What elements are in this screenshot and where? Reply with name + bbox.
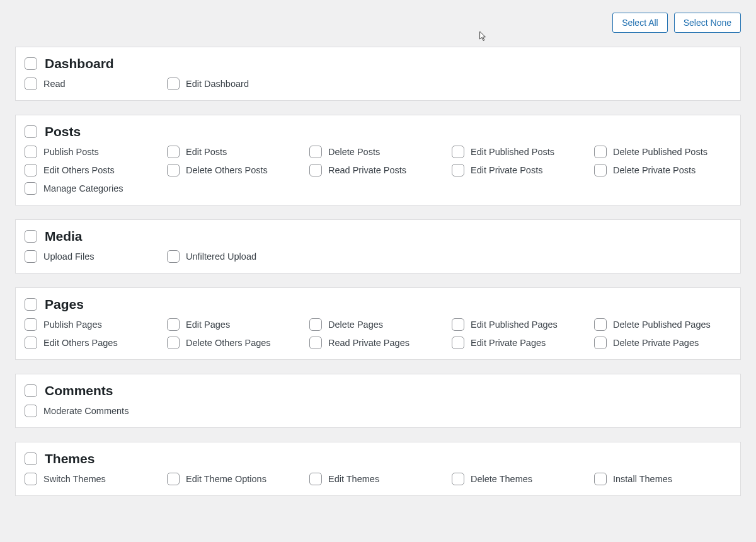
cap-checkbox-unfiltered-upload[interactable]	[167, 250, 180, 263]
cap-label: Delete Private Pages	[613, 338, 699, 348]
cap-item-edit-others-posts: Edit Others Posts	[25, 164, 162, 176]
cap-checkbox-publish-posts[interactable]	[25, 146, 37, 158]
cap-checkbox-read[interactable]	[25, 78, 37, 90]
group-posts: PostsPublish PostsEdit PostsDelete Posts…	[15, 115, 741, 205]
group-header: Pages	[25, 297, 731, 312]
cap-label: Edit Themes	[328, 474, 379, 484]
cap-checkbox-delete-private-pages[interactable]	[594, 337, 607, 349]
cap-checkbox-delete-published-pages[interactable]	[594, 318, 607, 331]
cap-checkbox-delete-others-posts[interactable]	[167, 164, 180, 176]
cap-item-delete-posts: Delete Posts	[309, 146, 447, 158]
group-comments: CommentsModerate Comments	[15, 374, 741, 428]
select-none-button[interactable]: Select None	[674, 13, 741, 33]
cap-item-delete-others-posts: Delete Others Posts	[167, 164, 304, 176]
cap-checkbox-delete-private-posts[interactable]	[594, 164, 607, 176]
cap-label: Edit Others Pages	[43, 338, 118, 348]
cap-label: Delete Private Posts	[613, 165, 696, 175]
group-checkbox-comments[interactable]	[25, 384, 37, 397]
cap-label: Switch Themes	[43, 474, 106, 484]
group-checkbox-posts[interactable]	[25, 125, 37, 138]
group-title: Comments	[45, 383, 113, 398]
caps-grid: Publish PagesEdit PagesDelete PagesEdit …	[25, 318, 731, 349]
cap-label: Read	[43, 79, 66, 89]
cap-checkbox-publish-pages[interactable]	[25, 318, 37, 331]
cap-label: Edit Private Posts	[471, 165, 542, 175]
group-checkbox-themes[interactable]	[25, 453, 37, 465]
caps-grid: Moderate Comments	[25, 405, 731, 417]
cap-label: Delete Others Pages	[186, 338, 271, 348]
cap-label: Edit Others Posts	[43, 165, 115, 175]
group-title: Dashboard	[45, 56, 114, 71]
group-media: MediaUpload FilesUnfiltered Upload	[15, 219, 741, 274]
cap-label: Delete Posts	[328, 147, 380, 157]
cap-label: Delete Pages	[328, 320, 383, 330]
cap-label: Publish Posts	[43, 147, 99, 157]
cap-checkbox-upload-files[interactable]	[25, 250, 37, 263]
group-checkbox-pages[interactable]	[25, 298, 37, 311]
cap-checkbox-edit-themes[interactable]	[309, 473, 322, 485]
cap-label: Install Themes	[613, 474, 672, 484]
cap-checkbox-delete-posts[interactable]	[309, 146, 322, 158]
cap-checkbox-edit-others-posts[interactable]	[25, 164, 37, 176]
cap-label: Delete Others Posts	[186, 165, 268, 175]
cap-item-delete-others-pages: Delete Others Pages	[167, 337, 304, 349]
cap-item-install-themes: Install Themes	[594, 473, 731, 485]
cap-label: Edit Posts	[186, 147, 227, 157]
cap-checkbox-edit-theme-options[interactable]	[167, 473, 180, 485]
cap-checkbox-delete-themes[interactable]	[452, 473, 464, 485]
group-header: Dashboard	[25, 56, 731, 71]
cap-checkbox-moderate-comments[interactable]	[25, 405, 37, 417]
cap-item-read-private-pages: Read Private Pages	[309, 337, 447, 349]
cap-item-delete-private-posts: Delete Private Posts	[594, 164, 731, 176]
cap-item-delete-published-posts: Delete Published Posts	[594, 146, 731, 158]
cap-checkbox-manage-categories[interactable]	[25, 182, 37, 195]
cap-label: Manage Categories	[43, 183, 123, 193]
cap-checkbox-read-private-posts[interactable]	[309, 164, 322, 176]
cap-label: Moderate Comments	[43, 406, 129, 416]
cap-checkbox-edit-dashboard[interactable]	[167, 78, 180, 90]
caps-grid: Publish PostsEdit PostsDelete PostsEdit …	[25, 146, 731, 195]
group-header: Comments	[25, 383, 731, 398]
group-title: Posts	[45, 124, 81, 139]
cap-checkbox-edit-published-posts[interactable]	[452, 146, 464, 158]
group-pages: PagesPublish PagesEdit PagesDelete Pages…	[15, 287, 741, 360]
cap-checkbox-edit-private-posts[interactable]	[452, 164, 464, 176]
caps-grid: Switch ThemesEdit Theme OptionsEdit Them…	[25, 473, 731, 485]
cap-checkbox-delete-published-posts[interactable]	[594, 146, 607, 158]
cap-checkbox-delete-others-pages[interactable]	[167, 337, 180, 349]
cap-item-edit-dashboard: Edit Dashboard	[167, 78, 304, 90]
select-all-button[interactable]: Select All	[612, 13, 668, 33]
cap-label: Delete Published Posts	[613, 147, 707, 157]
cap-checkbox-switch-themes[interactable]	[25, 473, 37, 485]
cap-item-edit-theme-options: Edit Theme Options	[167, 473, 304, 485]
group-checkbox-dashboard[interactable]	[25, 57, 37, 70]
cap-item-edit-pages: Edit Pages	[167, 318, 304, 331]
cursor-icon	[479, 32, 489, 42]
cap-item-edit-published-posts: Edit Published Posts	[452, 146, 589, 158]
cap-item-unfiltered-upload: Unfiltered Upload	[167, 250, 304, 263]
cap-checkbox-read-private-pages[interactable]	[309, 337, 322, 349]
cap-checkbox-edit-pages[interactable]	[167, 318, 180, 331]
group-title: Pages	[45, 297, 84, 312]
cap-item-upload-files: Upload Files	[25, 250, 162, 263]
toolbar: Select All Select None	[0, 0, 756, 33]
cap-checkbox-edit-published-pages[interactable]	[452, 318, 464, 331]
cap-checkbox-edit-others-pages[interactable]	[25, 337, 37, 349]
group-checkbox-media[interactable]	[25, 230, 37, 243]
cap-label: Edit Dashboard	[186, 79, 249, 89]
cap-checkbox-edit-private-pages[interactable]	[452, 337, 464, 349]
group-header: Posts	[25, 124, 731, 139]
cap-label: Read Private Posts	[328, 165, 406, 175]
cap-checkbox-delete-pages[interactable]	[309, 318, 322, 331]
cap-item-delete-themes: Delete Themes	[452, 473, 589, 485]
cap-checkbox-install-themes[interactable]	[594, 473, 607, 485]
cap-item-delete-published-pages: Delete Published Pages	[594, 318, 731, 331]
cap-label: Delete Themes	[471, 474, 532, 484]
cap-label: Edit Published Pages	[471, 320, 558, 330]
caps-grid: Upload FilesUnfiltered Upload	[25, 250, 731, 263]
cap-checkbox-edit-posts[interactable]	[167, 146, 180, 158]
cap-item-edit-posts: Edit Posts	[167, 146, 304, 158]
cap-item-edit-themes: Edit Themes	[309, 473, 447, 485]
group-header: Media	[25, 229, 731, 244]
cap-label: Edit Theme Options	[186, 474, 266, 484]
